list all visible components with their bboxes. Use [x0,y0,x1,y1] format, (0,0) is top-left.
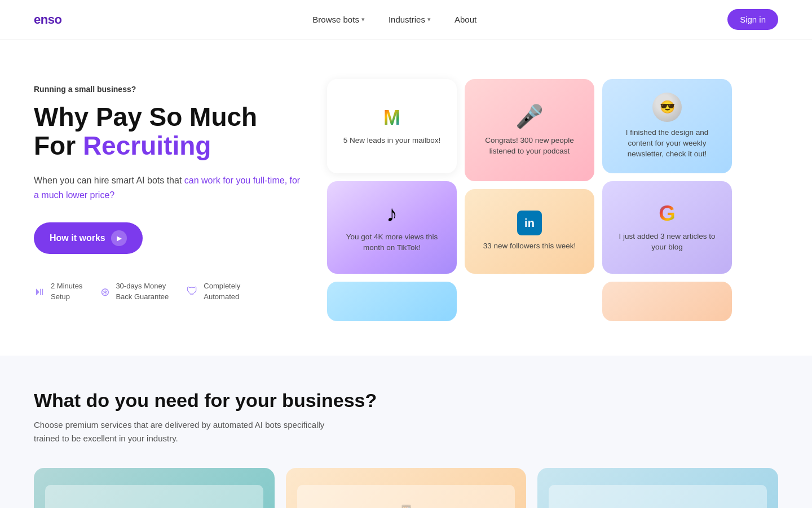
card-tiktok: ♪ You got 4K more views this month on Ti… [327,181,457,274]
section2-heading: What do you need for your business? [34,389,778,411]
guarantee-icon: ⊛ [100,285,110,299]
nav-about[interactable]: About [445,10,486,29]
card-extra2 [602,282,732,321]
chevron-down-icon: ▾ [361,16,365,23]
device-mockup-2: 📱 [297,485,515,508]
hero-desc: When you can hire smart AI bots that can… [34,173,304,202]
chevron-down-icon: ▾ [427,16,431,23]
avatar-image: 😎 [652,93,682,122]
linkedin-icon: in [517,211,542,235]
card-extra1 [327,282,457,321]
card-tiktok-text: You got 4K more views this month on TikT… [338,232,445,253]
setup-icon: ⏯ [34,285,45,298]
hero-left: Running a small business? Why Pay So Muc… [34,73,304,302]
badge-guarantee-text: 30-days MoneyBack Guarantee [116,281,169,301]
automated-icon: 🛡 [187,285,198,298]
how-btn-label: How it works [50,233,105,243]
google-icon: G [659,202,676,226]
card-gmail: M 5 New leads in your mailbox! [327,79,457,173]
badge-automated: 🛡 CompletelyAutomated [187,281,240,301]
section-business-needs: What do you need for your business? Choo… [0,356,812,508]
hero-subtitle: Running a small business? [34,85,304,94]
badge-setup-text: 2 MinutesSetup [51,281,82,301]
card-linkedin: in 33 new followers this week! [465,189,594,274]
play-icon: ▶ [111,230,127,246]
service-cards-row: 💻 📱 🖥 [34,468,778,508]
card-newsletter-text: I finished the design and content for yo… [614,128,721,160]
card-blog-text: I just added 3 new articles to your blog [614,231,721,253]
service-card-lightblue[interactable]: 🖥 [537,468,778,508]
desc-normal: When you can hire smart AI bots that [34,176,184,185]
card-blog: G I just added 3 new articles to your bl… [602,181,732,274]
service-card-teal[interactable]: 💻 [34,468,275,508]
device-mockup-3: 🖥 [549,485,767,508]
tiktok-icon: ♪ [386,201,398,226]
signin-button[interactable]: Sign in [727,9,778,30]
section2-desc: Choose premium services that are deliver… [34,418,350,445]
nav-links: Browse bots ▾ Industries ▾ About [303,10,486,29]
card-linkedin-text: 33 new followers this week! [483,241,576,252]
card-podcast-text: Congrats! 300 new people listened to you… [476,135,583,157]
service-card-peach[interactable]: 📱 [286,468,527,508]
title-highlight: Recruiting [83,131,211,160]
hero-section: Running a small business? Why Pay So Muc… [0,40,812,356]
card-newsletter: 😎 I finished the design and content for … [602,79,732,173]
microphone-icon: 🎤 [515,103,544,130]
card-podcast: 🎤 Congrats! 300 new people listened to y… [465,79,594,181]
badge-setup: ⏯ 2 MinutesSetup [34,281,82,301]
hero-badges: ⏯ 2 MinutesSetup ⊛ 30-days MoneyBack Gua… [34,281,304,301]
navbar: enso Browse bots ▾ Industries ▾ About Si… [0,0,812,40]
avatar: 😎 [652,93,682,122]
gmail-icon: M [383,106,400,130]
logo[interactable]: enso [34,12,61,27]
how-it-works-button[interactable]: How it works ▶ [34,222,143,254]
device-mockup-1: 💻 [45,485,263,508]
card-gmail-text: 5 New leads in your mailbox! [343,135,441,146]
title-line2: For [34,131,83,160]
hero-cards: M 5 New leads in your mailbox! 🎤 Congrat… [304,73,778,321]
hero-title: Why Pay So Much For Recruiting [34,103,304,160]
nav-browse-bots[interactable]: Browse bots ▾ [303,10,374,29]
badge-automated-text: CompletelyAutomated [204,281,240,301]
title-line1: Why Pay So Much [34,102,257,132]
badge-guarantee: ⊛ 30-days MoneyBack Guarantee [100,281,169,301]
nav-industries[interactable]: Industries ▾ [379,10,440,29]
